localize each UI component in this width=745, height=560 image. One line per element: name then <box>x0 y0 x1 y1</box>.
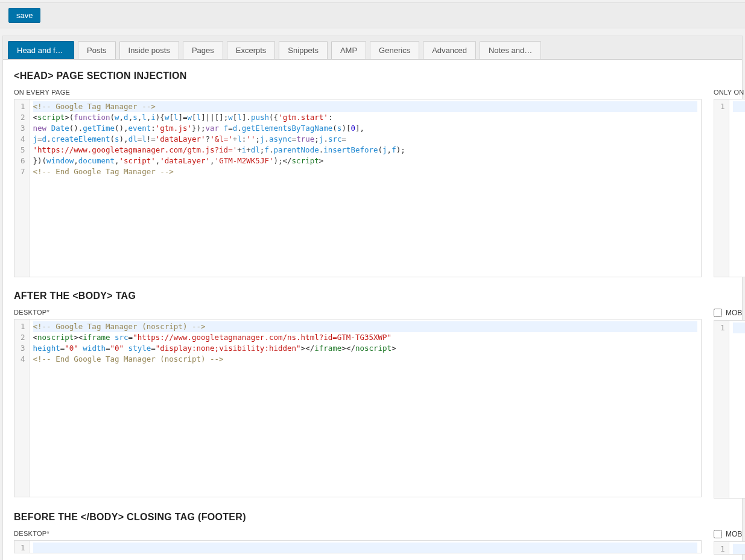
tab-posts[interactable]: Posts <box>78 41 116 59</box>
editor-head-onlyon[interactable]: 1 <box>714 99 745 277</box>
editor-footer-mobile[interactable]: 1 <box>714 541 745 555</box>
label-desktop-afterbody: DESKTOP* <box>14 309 702 316</box>
label-mobile-afterbody: MOB <box>726 309 742 317</box>
editor-head-everypage[interactable]: 1234567<!-- Google Tag Manager --><scrip… <box>14 99 702 277</box>
checkbox-mobile-footer[interactable] <box>714 530 722 538</box>
top-bar: save <box>0 2 745 28</box>
tab-content: <HEAD> PAGE SECTION INJECTION ON EVERY P… <box>3 60 742 560</box>
label-mobile-footer: MOB <box>726 530 742 538</box>
label-on-every-page: ON EVERY PAGE <box>14 89 702 96</box>
tab-inside-posts[interactable]: Inside posts <box>119 41 179 59</box>
tab-excerpts[interactable]: Excerpts <box>227 41 276 59</box>
tab-notes-and[interactable]: Notes and… <box>480 41 541 59</box>
tab-head-and-footer[interactable]: Head and footer <box>8 41 74 59</box>
editor-afterbody-mobile[interactable]: 1 <box>714 320 745 499</box>
tab-snippets[interactable]: Snippets <box>279 41 328 59</box>
section-title-footer: BEFORE THE </BODY> CLOSING TAG (FOOTER) <box>14 512 731 523</box>
save-button[interactable]: save <box>8 8 40 23</box>
editor-afterbody-desktop[interactable]: 1234<!-- Google Tag Manager (noscript) -… <box>14 319 702 497</box>
tab-pages[interactable]: Pages <box>183 41 223 59</box>
main-panel: Head and footerPostsInside postsPagesExc… <box>2 36 743 560</box>
editor-footer-desktop[interactable]: 1 <box>14 540 702 553</box>
section-head: <HEAD> PAGE SECTION INJECTION ON EVERY P… <box>14 71 731 277</box>
section-title-head: <HEAD> PAGE SECTION INJECTION <box>14 71 731 81</box>
checkbox-mobile-afterbody[interactable] <box>714 309 722 317</box>
tab-generics[interactable]: Generics <box>370 41 419 59</box>
tab-amp[interactable]: AMP <box>331 41 366 59</box>
tabs-row: Head and footerPostsInside postsPagesExc… <box>3 36 742 60</box>
label-desktop-footer: DESKTOP* <box>14 530 702 537</box>
tab-advanced[interactable]: Advanced <box>423 41 476 59</box>
section-after-body: AFTER THE <BODY> TAG DESKTOP* 1234<!-- G… <box>14 291 731 499</box>
section-footer: BEFORE THE </BODY> CLOSING TAG (FOOTER) … <box>14 512 731 555</box>
label-only-on: ONLY ON <box>714 89 745 96</box>
section-title-after-body: AFTER THE <BODY> TAG <box>14 291 731 301</box>
